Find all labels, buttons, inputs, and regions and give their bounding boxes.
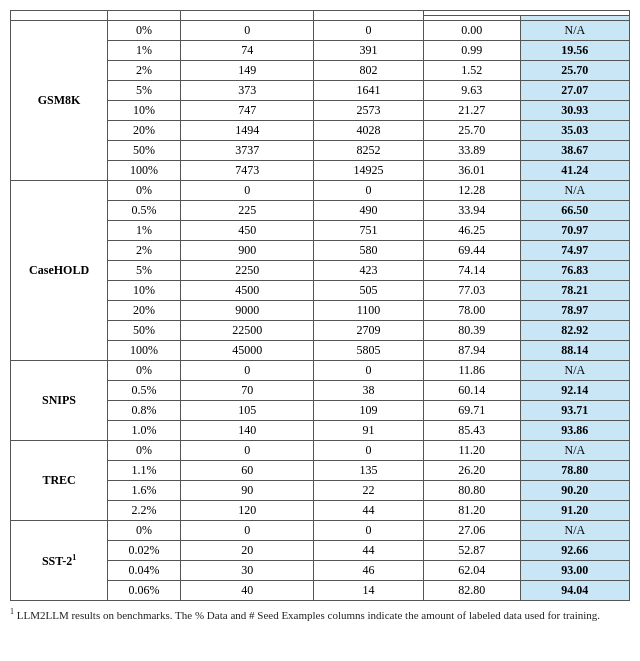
pct-cell: 0%: [108, 361, 181, 381]
llm2llm-cell: N/A: [520, 21, 629, 41]
baseline-cell: 11.20: [423, 441, 520, 461]
aug-cell: 391: [314, 41, 423, 61]
baseline-cell: 36.01: [423, 161, 520, 181]
dataset-cell: SNIPS: [11, 361, 108, 441]
baseline-cell: 78.00: [423, 301, 520, 321]
baseline-cell: 74.14: [423, 261, 520, 281]
aug-cell: 44: [314, 541, 423, 561]
aug-cell: 38: [314, 381, 423, 401]
aug-cell: 8252: [314, 141, 423, 161]
seed-cell: 74: [180, 41, 314, 61]
baseline-cell: 82.80: [423, 581, 520, 601]
table-container: GSM8K0%000.00N/A1%743910.9919.562%149802…: [10, 10, 630, 621]
aug-cell: 802: [314, 61, 423, 81]
seed-cell: 105: [180, 401, 314, 421]
llm2llm-cell: 66.50: [520, 201, 629, 221]
llm2llm-cell: 91.20: [520, 501, 629, 521]
seed-cell: 40: [180, 581, 314, 601]
pct-cell: 20%: [108, 121, 181, 141]
llm2llm-cell: N/A: [520, 521, 629, 541]
baseline-cell: 25.70: [423, 121, 520, 141]
baseline-cell: 52.87: [423, 541, 520, 561]
llm2llm-cell: 90.20: [520, 481, 629, 501]
baseline-cell: 85.43: [423, 421, 520, 441]
pct-cell: 0.5%: [108, 201, 181, 221]
seed-cell: 90: [180, 481, 314, 501]
seed-cell: 120: [180, 501, 314, 521]
llm2llm-cell: 78.80: [520, 461, 629, 481]
llm2llm-cell: 76.83: [520, 261, 629, 281]
pct-cell: 1.0%: [108, 421, 181, 441]
llm2llm-cell: 70.97: [520, 221, 629, 241]
seed-cell: 900: [180, 241, 314, 261]
aug-cell: 580: [314, 241, 423, 261]
aug-cell: 91: [314, 421, 423, 441]
baseline-cell: 69.71: [423, 401, 520, 421]
seed-cell: 60: [180, 461, 314, 481]
seed-cell: 4500: [180, 281, 314, 301]
aug-cell: 46: [314, 561, 423, 581]
llm2llm-cell: 74.97: [520, 241, 629, 261]
baseline-cell: 0.99: [423, 41, 520, 61]
dataset-cell: GSM8K: [11, 21, 108, 181]
pct-cell: 0.02%: [108, 541, 181, 561]
table-row: TREC0%0011.20N/A: [11, 441, 630, 461]
pct-cell: 0.06%: [108, 581, 181, 601]
seed-cell: 747: [180, 101, 314, 121]
aug-cell: 1100: [314, 301, 423, 321]
pct-cell: 2%: [108, 241, 181, 261]
aug-cell: 0: [314, 181, 423, 201]
pct-cell: 0.5%: [108, 381, 181, 401]
llm2llm-cell: 27.07: [520, 81, 629, 101]
baseline-cell: 11.86: [423, 361, 520, 381]
seed-cell: 0: [180, 181, 314, 201]
table-row: CaseHOLD0%0012.28N/A: [11, 181, 630, 201]
pct-cell: 100%: [108, 161, 181, 181]
aug-cell: 0: [314, 521, 423, 541]
llm2llm-cell: 82.92: [520, 321, 629, 341]
baseline-cell: 27.06: [423, 521, 520, 541]
aug-cell: 135: [314, 461, 423, 481]
llm2llm-cell: N/A: [520, 361, 629, 381]
pct-cell: 50%: [108, 321, 181, 341]
llm2llm-cell: 78.21: [520, 281, 629, 301]
pct-cell: 1%: [108, 41, 181, 61]
baseline-cell: 87.94: [423, 341, 520, 361]
aug-cell: 109: [314, 401, 423, 421]
pct-cell: 1.6%: [108, 481, 181, 501]
llm2llm-cell: 30.93: [520, 101, 629, 121]
aug-cell: 505: [314, 281, 423, 301]
llm2llm-cell: 38.67: [520, 141, 629, 161]
llm2llm-cell: 19.56: [520, 41, 629, 61]
table-caption: 1 LLM2LLM results on benchmarks. The % D…: [10, 607, 630, 621]
seed-cell: 0: [180, 521, 314, 541]
seed-cell: 225: [180, 201, 314, 221]
dataset-cell: SST-21: [11, 521, 108, 601]
baseline-cell: 81.20: [423, 501, 520, 521]
baseline-cell: 1.52: [423, 61, 520, 81]
baseline-cell: 60.14: [423, 381, 520, 401]
seed-cell: 0: [180, 441, 314, 461]
pct-cell: 5%: [108, 81, 181, 101]
aug-cell: 751: [314, 221, 423, 241]
aug-cell: 1641: [314, 81, 423, 101]
table-row: SST-210%0027.06N/A: [11, 521, 630, 541]
pct-cell: 10%: [108, 281, 181, 301]
llm2llm-cell: 93.00: [520, 561, 629, 581]
aug-cell: 0: [314, 441, 423, 461]
pct-cell: 0%: [108, 521, 181, 541]
seed-cell: 7473: [180, 161, 314, 181]
llm2llm-cell: 88.14: [520, 341, 629, 361]
baseline-cell: 77.03: [423, 281, 520, 301]
llm2llm-cell: 93.71: [520, 401, 629, 421]
aug-cell: 44: [314, 501, 423, 521]
baseline-cell: 12.28: [423, 181, 520, 201]
llm2llm-cell: 41.24: [520, 161, 629, 181]
aug-cell: 490: [314, 201, 423, 221]
pct-cell: 2%: [108, 61, 181, 81]
dataset-cell: TREC: [11, 441, 108, 521]
pct-cell: 5%: [108, 261, 181, 281]
seed-cell: 2250: [180, 261, 314, 281]
results-table: GSM8K0%000.00N/A1%743910.9919.562%149802…: [10, 10, 630, 601]
llm2llm-cell: 25.70: [520, 61, 629, 81]
